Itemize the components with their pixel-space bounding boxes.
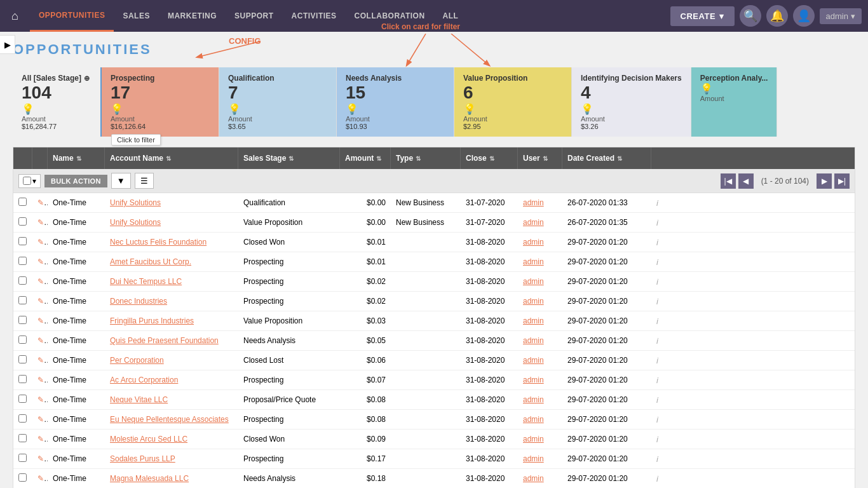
- row-user-1[interactable]: admin: [518, 214, 562, 231]
- row-info-icon-10[interactable]: i: [651, 391, 664, 409]
- row-edit-icon-0[interactable]: ✎: [32, 194, 48, 212]
- row-checkbox-2[interactable]: [13, 233, 32, 252]
- th-date-created[interactable]: Date Created ⇅: [562, 147, 651, 169]
- row-checkbox-0[interactable]: [13, 193, 32, 212]
- row-edit-icon-2[interactable]: ✎: [32, 233, 48, 251]
- row-user-4[interactable]: admin: [518, 273, 562, 290]
- row-edit-icon-8[interactable]: ✎: [32, 351, 48, 369]
- row-user-7[interactable]: admin: [518, 332, 562, 349]
- row-checkbox-5[interactable]: [13, 292, 32, 311]
- nav-marketing[interactable]: MARKETING: [159, 0, 226, 32]
- row-edit-icon-7[interactable]: ✎: [32, 332, 48, 349]
- row-info-icon-11[interactable]: i: [651, 410, 664, 429]
- nav-sales[interactable]: SALES: [114, 0, 159, 32]
- row-edit-icon-12[interactable]: ✎: [32, 430, 48, 448]
- row-info-icon-2[interactable]: i: [651, 233, 664, 252]
- th-user[interactable]: User ⇅: [518, 147, 562, 169]
- row-edit-icon-13[interactable]: ✎: [32, 450, 48, 468]
- row-edit-icon-4[interactable]: ✎: [32, 273, 48, 290]
- row-user-0[interactable]: admin: [518, 194, 562, 212]
- next-page-button[interactable]: ▶: [817, 173, 832, 189]
- kanban-value-prop-card[interactable]: Value Proposition 6 💡 Amount $2.95: [454, 67, 572, 137]
- th-stage[interactable]: Sales Stage ⇅: [238, 147, 340, 169]
- row-account-1[interactable]: Unify Solutions: [105, 214, 238, 231]
- row-user-10[interactable]: admin: [518, 391, 562, 409]
- row-account-8[interactable]: Per Corporation: [105, 351, 238, 369]
- row-edit-icon-9[interactable]: ✎: [32, 371, 48, 389]
- row-account-11[interactable]: Eu Neque Pellentesque Associates: [105, 410, 238, 428]
- row-account-10[interactable]: Neque Vitae LLC: [105, 391, 238, 409]
- nav-opportunities[interactable]: OPPORTUNITIES: [30, 0, 114, 32]
- row-checkbox-7[interactable]: [13, 331, 32, 350]
- notifications-icon[interactable]: 🔔: [766, 5, 788, 27]
- chevron-select[interactable]: ▾: [32, 177, 36, 186]
- nav-support[interactable]: SUPPORT: [226, 0, 283, 32]
- user-icon[interactable]: 👤: [793, 5, 815, 27]
- row-user-14[interactable]: admin: [518, 470, 562, 487]
- row-checkbox-9[interactable]: [13, 370, 32, 390]
- row-user-8[interactable]: admin: [518, 351, 562, 369]
- select-all-checkbox[interactable]: ▾: [18, 174, 41, 188]
- row-info-icon-1[interactable]: i: [651, 214, 664, 232]
- row-checkbox-10[interactable]: [13, 390, 32, 409]
- list-view-button[interactable]: ☰: [135, 173, 154, 189]
- nav-activities[interactable]: ACTIVITIES: [283, 0, 346, 32]
- row-user-9[interactable]: admin: [518, 371, 562, 389]
- kanban-all-card[interactable]: All [Sales Stage] ⊕ 104 💡 Amount $16,284…: [13, 67, 102, 137]
- row-account-6[interactable]: Fringilla Purus Industries: [105, 312, 238, 330]
- kanban-identifying-card[interactable]: Identifying Decision Makers 4 💡 Amount $…: [572, 67, 691, 137]
- row-edit-icon-11[interactable]: ✎: [32, 410, 48, 428]
- row-checkbox-11[interactable]: [13, 410, 32, 429]
- row-checkbox-12[interactable]: [13, 430, 32, 449]
- row-info-icon-7[interactable]: i: [651, 332, 664, 350]
- row-info-icon-4[interactable]: i: [651, 273, 664, 291]
- row-checkbox-8[interactable]: [13, 351, 32, 370]
- last-page-button[interactable]: ▶|: [834, 173, 850, 189]
- row-checkbox-14[interactable]: [13, 469, 32, 488]
- row-account-3[interactable]: Amet Faucibus Ut Corp.: [105, 253, 238, 271]
- row-user-5[interactable]: admin: [518, 292, 562, 310]
- config-annotation[interactable]: Config: [229, 36, 261, 46]
- row-user-2[interactable]: admin: [518, 233, 562, 251]
- kanban-perception-card[interactable]: Perception Analy... 💡 Amount: [691, 67, 778, 137]
- bulk-action-button[interactable]: BULK ACTION: [44, 175, 107, 187]
- row-info-icon-8[interactable]: i: [651, 351, 664, 370]
- row-edit-icon-10[interactable]: ✎: [32, 391, 48, 409]
- th-account[interactable]: Account Name ⇅: [105, 147, 238, 169]
- row-info-icon-0[interactable]: i: [651, 194, 664, 212]
- row-info-icon-14[interactable]: i: [651, 470, 664, 488]
- row-account-4[interactable]: Dui Nec Tempus LLC: [105, 273, 238, 290]
- row-user-12[interactable]: admin: [518, 430, 562, 448]
- row-edit-icon-6[interactable]: ✎: [32, 312, 48, 330]
- row-account-0[interactable]: Unify Solutions: [105, 194, 238, 212]
- row-info-icon-12[interactable]: i: [651, 430, 664, 449]
- row-info-icon-13[interactable]: i: [651, 450, 664, 468]
- row-checkbox-6[interactable]: [13, 311, 32, 330]
- th-amount[interactable]: Amount ⇅: [340, 147, 391, 169]
- first-page-button[interactable]: |◀: [721, 173, 736, 189]
- th-type[interactable]: Type ⇅: [391, 147, 461, 169]
- row-account-9[interactable]: Ac Arcu Corporation: [105, 371, 238, 389]
- kanban-needs-analysis-card[interactable]: Needs Analysis 15 💡 Amount $10.93: [337, 67, 454, 137]
- row-account-14[interactable]: Magna Malesuada LLC: [105, 470, 238, 487]
- admin-menu[interactable]: admin ▾: [820, 8, 862, 24]
- row-info-icon-3[interactable]: i: [651, 253, 664, 271]
- checkbox-input[interactable]: [23, 177, 31, 185]
- kanban-prospecting-card[interactable]: Prospecting 17 💡 Amount $16,126.64 Click…: [102, 67, 219, 137]
- search-icon[interactable]: 🔍: [740, 5, 761, 27]
- th-close[interactable]: Close ⇅: [461, 147, 518, 169]
- row-account-5[interactable]: Donec Industries: [105, 292, 238, 310]
- row-user-6[interactable]: admin: [518, 312, 562, 330]
- row-checkbox-1[interactable]: [13, 213, 32, 232]
- row-checkbox-13[interactable]: [13, 449, 32, 468]
- row-info-icon-6[interactable]: i: [651, 312, 664, 330]
- home-icon[interactable]: ⌂: [6, 10, 24, 23]
- row-user-13[interactable]: admin: [518, 450, 562, 468]
- row-account-13[interactable]: Sodales Purus LLP: [105, 450, 238, 468]
- sidebar-toggle[interactable]: ▶: [0, 35, 15, 54]
- row-edit-icon-1[interactable]: ✎: [32, 214, 48, 231]
- row-edit-icon-14[interactable]: ✎: [32, 470, 48, 487]
- row-info-icon-9[interactable]: i: [651, 371, 664, 390]
- create-button[interactable]: CREATE ▾: [670, 6, 735, 26]
- row-user-11[interactable]: admin: [518, 410, 562, 428]
